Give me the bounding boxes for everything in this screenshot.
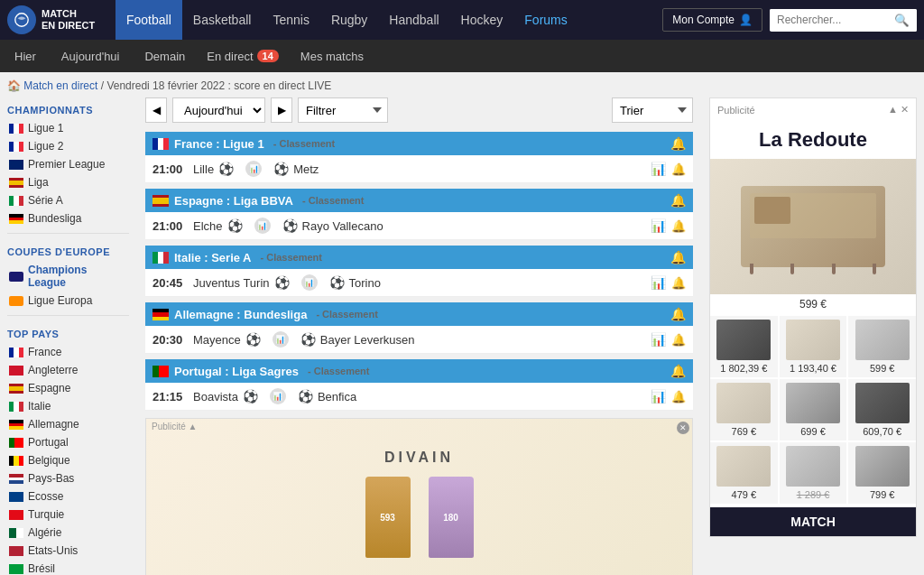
furniture-main	[741, 186, 885, 267]
team2: Benfica	[318, 390, 356, 403]
sidebar-item-ligue2[interactable]: Ligue 2	[7, 137, 129, 155]
match-teams: Elche ⚽ 📊 ⚽ Rayo Vallecano	[193, 218, 651, 234]
sidebar-item-serie-a[interactable]: Série A	[7, 191, 129, 209]
sidebar-item-italie[interactable]: Italie	[7, 397, 129, 415]
stats-icon[interactable]: 📊	[651, 332, 666, 347]
sidebar-item-france[interactable]: France	[7, 343, 129, 361]
bell-icon[interactable]: 🔔	[671, 162, 686, 176]
bell-header-icon[interactable]: 🔔	[670, 136, 686, 151]
flag-sc	[9, 492, 23, 502]
ad-content: DIVAIN 593 180	[146, 419, 692, 575]
league-seriea-header[interactable]: Italie : Serie A - Classement 🔔	[145, 246, 693, 269]
ad-expand-icon[interactable]: ▲	[888, 104, 898, 116]
live-icon: 📊	[245, 161, 262, 177]
sidebar-item-ecosse[interactable]: Ecosse	[7, 487, 129, 505]
filter-select[interactable]: Filtrer	[298, 97, 388, 123]
search-button[interactable]: 🔍	[887, 9, 917, 32]
center-ad-banner: ✕ Publicité ▲ DIVAIN 593 180	[145, 418, 693, 575]
stats-icon[interactable]: 📊	[651, 218, 666, 233]
product-cell-5: 699 €	[780, 379, 847, 441]
sidebar-item-bresil[interactable]: Brésil	[7, 560, 129, 575]
league-ligue1-header[interactable]: France : Ligue 1 - Classement 🔔	[145, 132, 693, 155]
product-img-9	[855, 446, 910, 487]
nav-aujourdhui[interactable]: Aujourd'hui	[58, 50, 124, 63]
league-ligasagres-header[interactable]: Portugal : Liga Sagres - Classement 🔔	[145, 359, 693, 383]
bell-icon[interactable]: 🔔	[671, 276, 686, 290]
flag-ligasagres	[152, 366, 169, 377]
breadcrumb-home[interactable]: Match en direct	[23, 79, 97, 92]
product-img-7	[716, 446, 771, 487]
product-cell-7: 479 €	[710, 442, 778, 504]
flag-liga	[152, 195, 169, 207]
bell-icon[interactable]: 🔔	[671, 219, 686, 233]
sidebar-item-belgique[interactable]: Belgique	[7, 451, 129, 469]
classement-liga[interactable]: - Classement	[302, 195, 365, 206]
team2-crest: ⚽	[273, 162, 289, 176]
nav-en-direct[interactable]: En direct 14	[207, 50, 279, 63]
sidebar-item-pays-bas[interactable]: Pays-Bas	[7, 469, 129, 487]
sidebar-item-etats-unis[interactable]: Etats-Unis	[7, 542, 129, 560]
ad-close-icon[interactable]: ✕	[901, 104, 909, 116]
prev-date-button[interactable]: ◀	[145, 97, 167, 123]
mon-compte-button[interactable]: Mon Compte 👤	[662, 8, 762, 32]
classement-ligue1[interactable]: - Classement	[273, 138, 336, 149]
sidebar-item-portugal[interactable]: Portugal	[7, 433, 129, 451]
nav-mes-matchs[interactable]: Mes matchs	[297, 50, 367, 63]
match-row: 21:15 Boavista ⚽ 📊 ⚽ Benfica 📊 🔔	[145, 383, 693, 411]
nav-tennis[interactable]: Tennis	[262, 0, 319, 40]
nav-hier[interactable]: Hier	[11, 50, 40, 63]
team1-crest: ⚽	[243, 389, 258, 403]
logo[interactable]: MATCHEN DIRECT	[7, 5, 106, 34]
flag-be	[9, 456, 23, 466]
sidebar-item-algerie[interactable]: Algérie	[7, 524, 129, 542]
nav-rugby[interactable]: Rugby	[320, 0, 378, 40]
nav-football[interactable]: Football	[116, 0, 182, 40]
classement-ligasagres[interactable]: - Classement	[308, 366, 370, 376]
product-cell-6: 609,70 €	[848, 379, 916, 441]
classement-bundesliga[interactable]: - Classement	[316, 309, 378, 320]
nav-links: Football Basketball Tennis Rugby Handbal…	[116, 0, 662, 40]
bell-icon[interactable]: 🔔	[671, 390, 686, 403]
ad-brand: DIVAIN	[384, 450, 454, 466]
nav-hockey[interactable]: Hockey	[450, 0, 514, 40]
sidebar-item-premier-league[interactable]: Premier League	[7, 155, 129, 173]
right-ad-brand: La Redoute	[710, 121, 916, 159]
next-date-button[interactable]: ▶	[271, 97, 292, 123]
league-liga-header[interactable]: Espagne : Liga BBVA - Classement 🔔	[145, 189, 693, 212]
sidebar-item-turquie[interactable]: Turquie	[7, 505, 129, 524]
sidebar-item-allemagne[interactable]: Allemagne	[7, 415, 129, 433]
match-actions: 📊 🔔	[651, 218, 686, 233]
flag-champions	[9, 272, 23, 282]
match-time: 21:00	[152, 162, 193, 176]
nav-handball[interactable]: Handball	[378, 0, 449, 40]
league-bundesliga-header[interactable]: Allemagne : Bundesliga - Classement 🔔	[145, 302, 693, 326]
date-select[interactable]: Aujourd'hui	[172, 97, 265, 123]
nav-demain[interactable]: Demain	[141, 50, 189, 63]
match-button[interactable]: MATCH	[710, 507, 916, 536]
vs-icons: 📊	[245, 161, 262, 177]
bell-header-icon[interactable]: 🔔	[670, 193, 686, 208]
sidebar-item-ligue-europa[interactable]: Ligue Europa	[7, 292, 129, 310]
ad-close-button[interactable]: ✕	[677, 422, 689, 434]
trier-select[interactable]: Trier	[612, 97, 693, 123]
sidebar-item-liga[interactable]: Liga	[7, 173, 129, 191]
bell-icon[interactable]: 🔔	[671, 333, 686, 347]
user-icon: 👤	[739, 14, 753, 26]
stats-icon[interactable]: 📊	[651, 389, 666, 403]
nav-basketball[interactable]: Basketball	[182, 0, 263, 40]
sidebar-item-espagne[interactable]: Espagne	[7, 379, 129, 397]
nav-forums[interactable]: Forums	[513, 0, 578, 40]
stats-icon[interactable]: 📊	[651, 162, 666, 176]
live-icon: 📊	[273, 331, 289, 348]
team2: Rayo Vallecano	[302, 219, 383, 233]
sidebar-item-ligue1[interactable]: Ligue 1	[7, 119, 129, 137]
classement-seriea[interactable]: - Classement	[261, 252, 323, 263]
search-input[interactable]	[770, 9, 887, 31]
stats-icon[interactable]: 📊	[651, 275, 666, 290]
bell-header-icon[interactable]: 🔔	[670, 364, 686, 378]
sidebar-item-angleterre[interactable]: Angleterre	[7, 361, 129, 379]
sidebar-item-champions-league[interactable]: Champions League	[7, 261, 129, 292]
sidebar-item-bundesliga[interactable]: Bundesliga	[7, 209, 129, 227]
bell-header-icon[interactable]: 🔔	[670, 250, 686, 264]
bell-header-icon[interactable]: 🔔	[670, 307, 686, 321]
